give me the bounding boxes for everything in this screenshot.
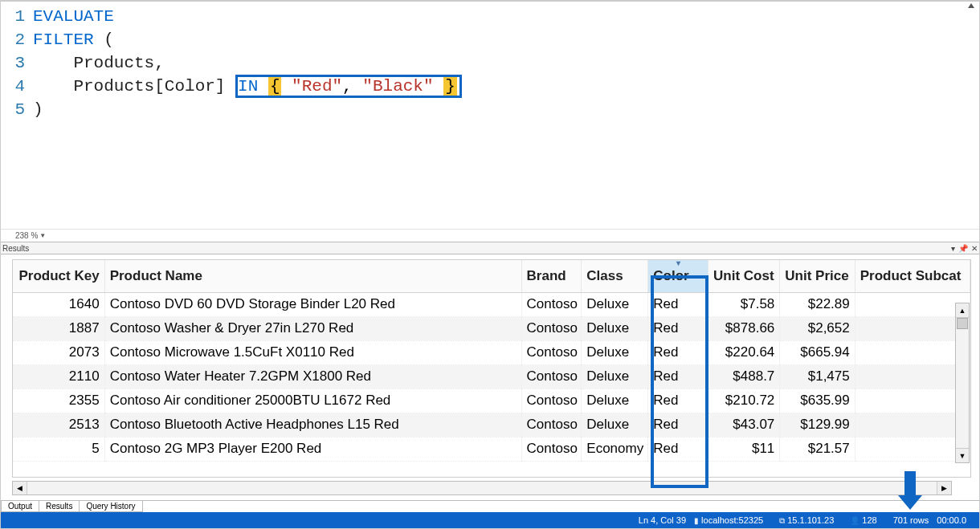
- column-header[interactable]: Product Subcat: [855, 260, 970, 293]
- table-row[interactable]: 2355Contoso Air conditioner 25000BTU L16…: [13, 389, 970, 413]
- cell-subcat: [855, 413, 970, 437]
- cell-color: Red: [648, 389, 708, 413]
- line-number: 5: [1, 98, 33, 121]
- cell-color: Red: [648, 317, 708, 341]
- column-header[interactable]: Product Name: [104, 260, 521, 293]
- scroll-up-button[interactable]: ▲: [956, 303, 969, 318]
- cell-class: Economy: [582, 437, 648, 462]
- cell-class: Deluxe: [582, 317, 648, 341]
- cell-name: Contoso Washer & Dryer 27in L270 Red: [104, 317, 521, 341]
- zoom-value: 238 %: [15, 231, 38, 240]
- line-number: 2: [1, 28, 33, 51]
- results-grid: Product KeyProduct NameBrandClassColorUn…: [1, 254, 979, 500]
- cell-name: Contoso Air conditioner 25000BTU L1672 R…: [104, 389, 521, 413]
- table-row[interactable]: 1887Contoso Washer & Dryer 27in L270 Red…: [13, 317, 970, 341]
- cell-brand: Contoso: [521, 341, 582, 365]
- cell-brand: Contoso: [521, 413, 582, 437]
- cell-subcat: [855, 341, 970, 365]
- cell-subcat: [855, 389, 970, 413]
- table-row[interactable]: 5Contoso 2G MP3 Player E200 RedContosoEc…: [13, 437, 970, 462]
- cell-class: Deluxe: [582, 341, 648, 365]
- panel-close-icon[interactable]: ✕: [971, 244, 978, 253]
- cell-key: 1640: [13, 293, 104, 317]
- cell-key: 2513: [13, 413, 104, 437]
- scroll-right-button[interactable]: ▶: [937, 482, 951, 494]
- table-row[interactable]: 2110Contoso Water Heater 7.2GPM X1800 Re…: [13, 365, 970, 389]
- cell-cost: $7.58: [708, 293, 780, 317]
- cell-brand: Contoso: [521, 365, 582, 389]
- cell-color: Red: [648, 437, 708, 462]
- cell-subcat: [855, 317, 970, 341]
- cell-key: 2355: [13, 389, 104, 413]
- copy-icon: ⧉: [779, 516, 785, 525]
- server-icon: ▮: [694, 516, 699, 525]
- tab-query-history[interactable]: Query History: [79, 501, 142, 512]
- column-header[interactable]: Brand: [521, 260, 582, 293]
- cell-class: Deluxe: [582, 413, 648, 437]
- cell-key: 5: [13, 437, 104, 462]
- scroll-thumb[interactable]: [957, 318, 968, 329]
- table-row[interactable]: 2073Contoso Microwave 1.5CuFt X0110 RedC…: [13, 341, 970, 365]
- status-elapsed: 00:00.0: [937, 515, 966, 525]
- cell-color: Red: [648, 413, 708, 437]
- editor-scrollbar[interactable]: [965, 3, 978, 8]
- code-line[interactable]: FILTER (: [33, 28, 114, 51]
- code-editor[interactable]: 1EVALUATE2FILTER (3 Products,4 Products[…: [1, 1, 979, 242]
- user-icon: 👤: [850, 516, 860, 525]
- zoom-dropdown-icon[interactable]: ▼: [39, 232, 46, 239]
- cell-cost: $11: [708, 437, 780, 462]
- cell-cost: $43.07: [708, 413, 780, 437]
- results-panel-header: Results ▾ 📌 ✕: [1, 242, 979, 254]
- cell-price: $129.99: [780, 413, 855, 437]
- status-rowcount: 701 rows: [893, 515, 929, 525]
- cell-subcat: [855, 293, 970, 317]
- panel-dropdown-icon[interactable]: ▾: [951, 244, 955, 253]
- bottom-tabs: OutputResultsQuery History: [1, 500, 979, 512]
- cell-color: Red: [648, 341, 708, 365]
- cell-price: $2,652: [780, 317, 855, 341]
- app-root: 1EVALUATE2FILTER (3 Products,4 Products[…: [0, 0, 980, 529]
- panel-pin-icon[interactable]: 📌: [958, 244, 968, 253]
- cell-price: $22.89: [780, 293, 855, 317]
- cell-brand: Contoso: [521, 293, 582, 317]
- zoom-indicator[interactable]: 238 % ▼: [1, 229, 979, 242]
- grid-vertical-scrollbar[interactable]: ▲ ▼: [955, 303, 970, 463]
- column-header[interactable]: Unit Price: [780, 260, 855, 293]
- code-line[interactable]: Products[Color] IN { "Red", "Black" }: [33, 75, 462, 98]
- code-line[interactable]: EVALUATE: [33, 5, 114, 28]
- line-number: 4: [1, 75, 33, 98]
- column-header[interactable]: Unit Cost: [708, 260, 780, 293]
- cell-price: $635.99: [780, 389, 855, 413]
- cell-cost: $210.72: [708, 389, 780, 413]
- code-line[interactable]: ): [33, 98, 43, 121]
- cell-color: Red: [648, 365, 708, 389]
- grid-horizontal-scrollbar[interactable]: ◀ ▶: [12, 481, 952, 495]
- column-header[interactable]: Product Key: [13, 260, 104, 293]
- cell-class: Deluxe: [582, 389, 648, 413]
- annotation-inline-box: IN { "Red", "Black" }: [235, 75, 462, 98]
- cell-color: Red: [648, 293, 708, 317]
- scroll-left-button[interactable]: ◀: [13, 482, 27, 494]
- cell-cost: $488.7: [708, 365, 780, 389]
- cell-subcat: [855, 437, 970, 462]
- column-header[interactable]: Class: [582, 260, 648, 293]
- column-header[interactable]: Color: [648, 260, 708, 293]
- cell-brand: Contoso: [521, 317, 582, 341]
- cell-class: Deluxe: [582, 293, 648, 317]
- status-version: 15.1.101.23: [787, 515, 834, 525]
- code-line[interactable]: Products,: [33, 51, 165, 75]
- cell-cost: $878.66: [708, 317, 780, 341]
- cell-name: Contoso Bluetooth Active Headphones L15 …: [104, 413, 521, 437]
- table-row[interactable]: 2513Contoso Bluetooth Active Headphones …: [13, 413, 970, 437]
- cell-price: $665.94: [780, 341, 855, 365]
- cell-cost: $220.64: [708, 341, 780, 365]
- cell-price: $21.57: [780, 437, 855, 462]
- cell-name: Contoso Water Heater 7.2GPM X1800 Red: [104, 365, 521, 389]
- table-row[interactable]: 1640Contoso DVD 60 DVD Storage Binder L2…: [13, 293, 970, 317]
- cell-name: Contoso Microwave 1.5CuFt X0110 Red: [104, 341, 521, 365]
- scroll-down-button[interactable]: ▼: [956, 448, 969, 462]
- cell-name: Contoso DVD 60 DVD Storage Binder L20 Re…: [104, 293, 521, 317]
- tab-output[interactable]: Output: [1, 501, 39, 512]
- tab-results[interactable]: Results: [39, 501, 80, 512]
- line-number: 3: [1, 51, 33, 75]
